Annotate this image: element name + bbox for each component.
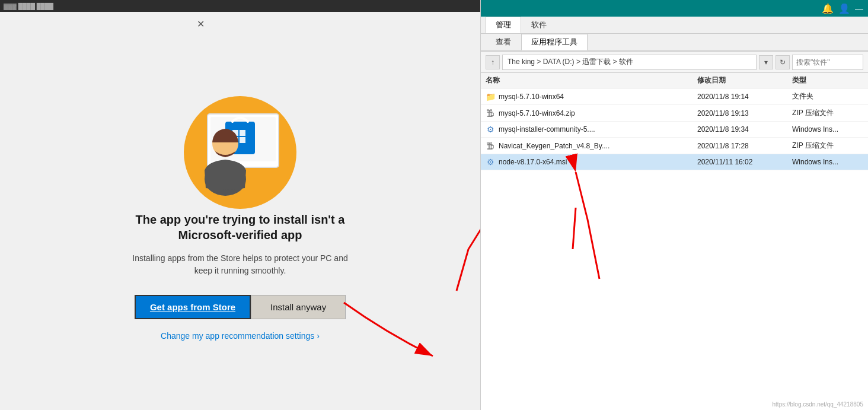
up-nav-button[interactable]: ↑ [486, 55, 500, 69]
svg-rect-7 [240, 137, 245, 143]
col-name-header[interactable]: 名称 [486, 75, 697, 85]
msi-icon-4: ⚙ [486, 157, 495, 167]
file-name-text-3: Navicat_Keygen_Patch_v4.8_By.... [499, 142, 609, 150]
teal-header-bar: 🔔 👤 — [481, 0, 868, 17]
search-input[interactable] [792, 55, 863, 70]
file-date-2: 2020/11/8 19:34 [697, 125, 792, 134]
strip-text: ▓▓▓ ████ ████ [4, 3, 53, 9]
file-row-4[interactable]: ⚙ node-v8.17.0-x64.msi 2020/11/11 16:02 … [481, 154, 868, 170]
path-text: The king > DATA (D:) > 迅雷下载 > 软件 [508, 57, 633, 67]
change-settings-text: Change my app recommendation settings [161, 331, 314, 341]
file-name-cell-2: ⚙ mysql-installer-community-5.... [486, 125, 697, 134]
tab-app-tools[interactable]: 应用程序工具 [521, 34, 588, 50]
file-date-1: 2020/11/8 19:13 [697, 109, 792, 117]
file-name-cell-0: 📁 mysql-5.7.10-winx64 [486, 92, 697, 101]
file-row-3[interactable]: 🗜 Navicat_Keygen_Patch_v4.8_By.... 2020/… [481, 138, 868, 154]
close-button[interactable]: ✕ [193, 17, 208, 31]
refresh-button[interactable]: ↻ [776, 55, 790, 69]
svg-rect-5 [240, 130, 245, 136]
file-name-text-0: mysql-5.7.10-winx64 [499, 93, 564, 101]
file-row-0[interactable]: 📁 mysql-5.7.10-winx64 2020/11/8 19:14 文件… [481, 88, 868, 105]
change-settings-link[interactable]: Change my app recommendation settings › [161, 331, 320, 341]
dropdown-button[interactable]: ▾ [759, 55, 773, 69]
file-name-cell-4: ⚙ node-v8.17.0-x64.msi [486, 157, 697, 167]
file-name-text-4: node-v8.17.0-x64.msi [499, 158, 567, 166]
security-dialog: ▓▓▓ ████ ████ ✕ [0, 0, 480, 410]
file-type-4: Windows Ins... [792, 158, 863, 166]
file-list: 📁 mysql-5.7.10-winx64 2020/11/8 19:14 文件… [481, 88, 868, 410]
file-row-1[interactable]: 🗜 mysql-5.7.10-winx64.zip 2020/11/8 19:1… [481, 105, 868, 122]
tab-software[interactable]: 软件 [521, 17, 557, 33]
file-date-0: 2020/11/8 19:14 [697, 93, 792, 101]
illustration [175, 81, 305, 212]
tab-manage[interactable]: 管理 [486, 17, 521, 33]
col-type-header[interactable]: 类型 [792, 75, 863, 85]
watermark: https://blog.csdn.net/qq_44218805 [773, 401, 863, 408]
get-apps-store-button[interactable]: Get apps from Store [135, 295, 251, 319]
file-list-header: 名称 修改日期 类型 [481, 73, 868, 88]
file-row-2[interactable]: ⚙ mysql-installer-community-5.... 2020/1… [481, 122, 868, 138]
tab-view[interactable]: 查看 [486, 34, 521, 50]
file-name-cell-3: 🗜 Navicat_Keygen_Patch_v4.8_By.... [486, 141, 697, 151]
file-name-cell-1: 🗜 mysql-5.7.10-winx64.zip [486, 109, 697, 118]
user-icon[interactable]: 👤 [838, 3, 850, 14]
address-path[interactable]: The king > DATA (D:) > 迅雷下载 > 软件 [502, 55, 757, 70]
file-type-3: ZIP 压缩文件 [792, 141, 863, 151]
minimize-btn[interactable]: — [855, 4, 863, 13]
file-date-3: 2020/11/8 17:28 [697, 142, 792, 150]
button-row: Get apps from Store Install anyway [135, 295, 346, 319]
notification-icon[interactable]: 🔔 [822, 3, 834, 14]
file-type-2: Windows Ins... [792, 125, 863, 134]
dialog-subtitle: Installing apps from the Store helps to … [127, 252, 353, 277]
zip-icon-3: 🗜 [486, 141, 495, 151]
top-strip: ▓▓▓ ████ ████ [0, 0, 480, 12]
zip-icon-1: 🗜 [486, 109, 495, 118]
file-type-0: 文件夹 [792, 91, 863, 101]
settings-arrow-icon: › [317, 331, 320, 341]
file-explorer: 🔔 👤 — 管理 软件 查看 应用程序工具 ↑ The king > DATA … [480, 0, 868, 410]
dialog-title: The app you're trying to install isn't a… [122, 212, 359, 243]
msi-icon-2: ⚙ [486, 125, 495, 134]
address-bar: ↑ The king > DATA (D:) > 迅雷下载 > 软件 ▾ ↻ [481, 52, 868, 73]
file-type-1: ZIP 压缩文件 [792, 108, 863, 118]
col-date-header[interactable]: 修改日期 [697, 75, 792, 85]
folder-icon-0: 📁 [486, 92, 495, 101]
install-anyway-button[interactable]: Install anyway [251, 295, 346, 319]
ribbon: 管理 软件 查看 应用程序工具 [481, 17, 868, 52]
file-date-4: 2020/11/11 16:02 [697, 158, 792, 166]
file-name-text-2: mysql-installer-community-5.... [499, 125, 595, 134]
file-name-text-1: mysql-5.7.10-winx64.zip [499, 109, 575, 117]
